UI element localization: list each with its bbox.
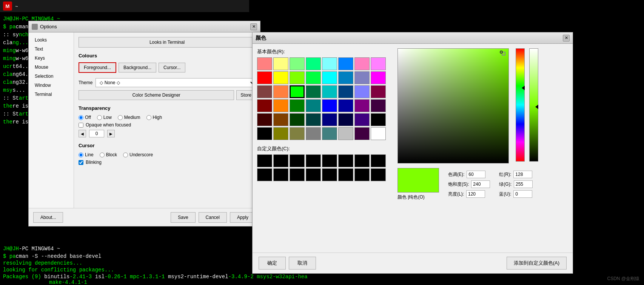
basic-color-cell[interactable]	[354, 57, 370, 70]
red-input[interactable]	[513, 171, 532, 178]
about-button[interactable]: About...	[33, 212, 63, 223]
blue-input[interactable]	[513, 190, 532, 198]
custom-color-cell[interactable]	[371, 154, 386, 167]
custom-color-cell[interactable]	[322, 154, 337, 167]
custom-color-cell[interactable]	[257, 154, 272, 167]
basic-color-cell[interactable]	[257, 99, 272, 112]
sv-canvas[interactable]	[397, 48, 509, 163]
foreground-button[interactable]: Foreground...	[79, 62, 116, 73]
basic-color-cell[interactable]	[354, 99, 370, 112]
hue-bar[interactable]	[516, 48, 525, 162]
basic-color-cell[interactable]	[306, 85, 321, 98]
basic-color-cell[interactable]	[273, 57, 288, 70]
basic-color-cell[interactable]	[322, 99, 337, 112]
custom-color-cell[interactable]	[306, 154, 321, 167]
cursor-underscore-radio[interactable]	[123, 153, 128, 157]
save-button[interactable]: Save	[171, 212, 195, 223]
lightness-bar[interactable]	[529, 48, 538, 162]
theme-select[interactable]: ◇ None ◇	[96, 78, 256, 87]
custom-color-cell[interactable]	[354, 154, 370, 167]
custom-color-cell[interactable]	[290, 154, 305, 167]
custom-color-cell[interactable]	[338, 154, 353, 167]
basic-color-cell[interactable]	[273, 113, 288, 126]
hue-input[interactable]	[467, 171, 485, 178]
sidebar-item-selection[interactable]: Selection	[29, 72, 74, 81]
cursor-color-button[interactable]: Cursor...	[159, 63, 185, 72]
basic-color-cell[interactable]	[290, 127, 305, 140]
basic-color-cell[interactable]	[354, 85, 370, 98]
sidebar-item-text[interactable]: Text	[29, 45, 74, 54]
basic-color-cell[interactable]	[322, 57, 337, 70]
basic-color-cell[interactable]	[354, 127, 370, 140]
basic-color-cell[interactable]	[306, 57, 321, 70]
sidebar-item-looks[interactable]: Looks	[29, 35, 74, 45]
basic-color-cell[interactable]	[354, 71, 370, 84]
lum-input[interactable]	[466, 190, 485, 198]
trans-medium-label[interactable]: Medium	[118, 115, 140, 120]
basic-color-cell[interactable]	[257, 113, 272, 126]
sat-input[interactable]	[471, 180, 490, 188]
sidebar-item-terminal[interactable]: Terminal	[29, 90, 74, 99]
add-to-custom-button[interactable]: 添加到自定义颜色(A)	[507, 257, 567, 270]
basic-color-cell[interactable]	[290, 85, 305, 98]
basic-color-cell[interactable]	[290, 71, 305, 84]
basic-color-cell[interactable]	[306, 71, 321, 84]
sidebar-item-window[interactable]: Window	[29, 81, 74, 90]
background-button[interactable]: Background...	[119, 63, 156, 72]
trans-value-input[interactable]: 0	[89, 130, 104, 137]
looks-in-terminal-button[interactable]: Looks in Terminal	[79, 37, 256, 48]
basic-color-cell[interactable]	[273, 127, 288, 140]
sidebar-item-mouse[interactable]: Mouse	[29, 63, 74, 72]
opaque-focused-checkbox[interactable]	[79, 123, 83, 128]
basic-color-cell[interactable]	[257, 57, 272, 70]
cursor-line-radio[interactable]	[79, 153, 83, 157]
cancel-button[interactable]: Cancel	[199, 212, 227, 223]
trans-increase-button[interactable]: ▶	[107, 130, 115, 137]
basic-color-cell[interactable]	[371, 85, 386, 98]
green-input[interactable]	[514, 180, 533, 188]
basic-color-cell[interactable]	[257, 127, 272, 140]
custom-color-cell[interactable]	[322, 168, 337, 181]
basic-color-cell[interactable]	[290, 99, 305, 112]
custom-color-cell[interactable]	[371, 168, 386, 181]
basic-color-cell[interactable]	[273, 99, 288, 112]
basic-color-cell[interactable]	[371, 127, 386, 140]
cursor-block-radio[interactable]	[100, 153, 105, 157]
basic-color-cell[interactable]	[371, 71, 386, 84]
trans-low-label[interactable]: Low	[97, 115, 112, 120]
basic-color-cell[interactable]	[322, 71, 337, 84]
custom-color-cell[interactable]	[290, 168, 305, 181]
basic-color-cell[interactable]	[338, 85, 353, 98]
trans-medium-radio[interactable]	[118, 115, 123, 120]
basic-color-cell[interactable]	[306, 127, 321, 140]
basic-color-cell[interactable]	[322, 85, 337, 98]
basic-color-cell[interactable]	[257, 71, 272, 84]
basic-color-cell[interactable]	[338, 127, 353, 140]
options-close-button[interactable]: ✕	[250, 23, 257, 30]
custom-color-cell[interactable]	[306, 168, 321, 181]
trans-high-label[interactable]: High	[146, 115, 162, 120]
basic-color-cell[interactable]	[338, 99, 353, 112]
color-dialog-close-button[interactable]: ✕	[563, 35, 570, 42]
basic-color-cell[interactable]	[322, 113, 337, 126]
basic-color-cell[interactable]	[338, 57, 353, 70]
custom-color-cell[interactable]	[273, 168, 288, 181]
color-cancel-button[interactable]: 取消	[289, 257, 316, 270]
basic-color-cell[interactable]	[354, 113, 370, 126]
color-scheme-designer-button[interactable]: Color Scheme Designer	[79, 90, 234, 100]
basic-color-cell[interactable]	[371, 99, 386, 112]
basic-color-cell[interactable]	[338, 71, 353, 84]
basic-color-cell[interactable]	[338, 113, 353, 126]
custom-color-cell[interactable]	[338, 168, 353, 181]
basic-color-cell[interactable]	[273, 71, 288, 84]
custom-color-cell[interactable]	[273, 154, 288, 167]
cursor-block-label[interactable]: Block	[100, 152, 117, 157]
basic-color-cell[interactable]	[371, 57, 386, 70]
basic-color-cell[interactable]	[306, 113, 321, 126]
cursor-underscore-label[interactable]: Underscore	[123, 152, 153, 157]
trans-decrease-button[interactable]: ◀	[79, 130, 86, 137]
basic-color-cell[interactable]	[273, 85, 288, 98]
custom-color-cell[interactable]	[257, 168, 272, 181]
basic-color-cell[interactable]	[371, 113, 386, 126]
apply-button[interactable]: Apply	[230, 212, 256, 223]
